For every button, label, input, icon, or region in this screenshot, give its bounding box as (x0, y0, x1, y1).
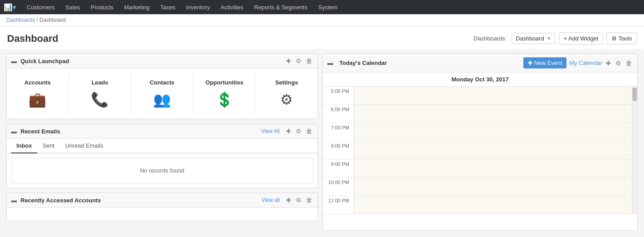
calendar-time-row: 9:00 PM (323, 160, 637, 178)
collapse-icon[interactable]: ▬ (11, 58, 17, 64)
recent-emails-actions: View All ✚ ⚙ 🗑 (261, 128, 313, 135)
launchpad-grid: Accounts 💼 Leads 📞 Contacts 👥 Opportunit… (7, 68, 318, 119)
dashboard-select[interactable]: Dashboard ▼ (512, 33, 555, 44)
time-label: 6:00 PM (323, 105, 354, 123)
nav-products[interactable]: Products (85, 0, 118, 14)
nav-system[interactable]: System (313, 0, 342, 14)
calendar-body: Monday Oct 30, 2017 5:00 PM6:00 PM7:00 P… (323, 72, 637, 214)
calendar-date-header: Monday Oct 30, 2017 (323, 72, 637, 87)
contacts-icon: 👥 (153, 91, 171, 108)
calendar-time-row: 10:00 PM (323, 178, 637, 196)
collapse-recent-icon[interactable]: ▬ (11, 197, 17, 204)
add-calendar-icon[interactable]: ✚ (605, 60, 612, 67)
quick-launchpad-widget: ▬ Quick Launchpad ✚ ⚙ 🗑 Accounts 💼 Leads… (6, 53, 318, 119)
launchpad-settings[interactable]: Settings ⚙ (256, 73, 318, 114)
recent-emails-title: Recent Emails (20, 128, 261, 135)
quick-launchpad-title: Quick Launchpad (20, 58, 285, 64)
time-label: 9:00 PM (323, 160, 354, 177)
nav-activities[interactable]: Activities (215, 0, 249, 14)
calendar-time-row: 5:00 PM (323, 87, 637, 105)
right-column: ▬ Today's Calendar ✚ New Event My Calend… (322, 53, 638, 231)
nav-marketing[interactable]: Marketing (119, 0, 155, 14)
add-widget-button[interactable]: + Add Widget (559, 32, 603, 44)
main-content: ▬ Quick Launchpad ✚ ⚙ 🗑 Accounts 💼 Leads… (0, 49, 644, 235)
dollar-icon: 💲 (216, 91, 233, 108)
recently-accessed-view-all[interactable]: View all (261, 197, 280, 203)
dashboard-select-value: Dashboard (516, 35, 544, 42)
calendar-time-row: 8:00 PM (323, 141, 637, 160)
nav-taxes[interactable]: Taxes (155, 0, 181, 14)
breadcrumb-separator: / (37, 17, 40, 23)
launchpad-leads[interactable]: Leads 📞 (69, 73, 131, 114)
email-tabs: Inbox Sent Unread Emails (7, 139, 318, 153)
time-cell[interactable] (354, 178, 637, 196)
calendar-title: Today's Calendar (339, 60, 521, 66)
time-cell[interactable] (354, 141, 637, 159)
settings-icon: ⚙ (280, 91, 293, 108)
trash-emails-icon[interactable]: 🗑 (305, 128, 313, 135)
time-cell[interactable] (354, 160, 637, 177)
time-cell[interactable] (354, 196, 637, 214)
add-icon[interactable]: ✚ (285, 57, 292, 64)
chevron-down-icon: ▼ (547, 36, 551, 41)
calendar-time-row: 11:00 PM (323, 196, 637, 214)
trash-icon[interactable]: 🗑 (305, 57, 313, 64)
quick-launchpad-header: ▬ Quick Launchpad ✚ ⚙ 🗑 (7, 54, 318, 68)
tab-unread[interactable]: Unread Emails (60, 139, 108, 153)
time-cell[interactable] (354, 87, 637, 104)
chart-icon[interactable]: 📊▾ (4, 3, 16, 12)
gear-recent-icon[interactable]: ⚙ (295, 197, 302, 204)
top-navigation: 📊▾ Customers Sales Products Marketing Ta… (0, 0, 644, 14)
nav-reports[interactable]: Reports & Segments (249, 0, 313, 14)
collapse-calendar-icon[interactable]: ▬ (327, 60, 333, 66)
launchpad-opportunities[interactable]: Opportunities 💲 (193, 73, 256, 114)
phone-icon: 📞 (91, 91, 109, 108)
calendar-header: ▬ Today's Calendar ✚ New Event My Calend… (323, 54, 637, 72)
add-emails-icon[interactable]: ✚ (285, 128, 292, 135)
gear-icon[interactable]: ⚙ (295, 57, 302, 64)
trash-recent-icon[interactable]: 🗑 (305, 197, 313, 204)
scrollbar-track[interactable] (632, 87, 637, 214)
trash-calendar-icon[interactable]: 🗑 (625, 60, 633, 67)
time-label: 10:00 PM (323, 178, 354, 196)
gear-calendar-icon[interactable]: ⚙ (615, 60, 622, 67)
calendar-time-row: 6:00 PM (323, 105, 637, 123)
breadcrumb-dashboards[interactable]: Dashboards (6, 17, 35, 23)
add-recent-icon[interactable]: ✚ (285, 197, 292, 204)
recently-accessed-actions: View all ✚ ⚙ 🗑 (261, 197, 313, 204)
left-column: ▬ Quick Launchpad ✚ ⚙ 🗑 Accounts 💼 Leads… (6, 53, 322, 231)
my-calendar-link[interactable]: My Calendar (569, 60, 602, 66)
launchpad-opportunities-label: Opportunities (205, 79, 243, 86)
time-label: 5:00 PM (323, 87, 354, 104)
page-header: Dashboard Dashboards: Dashboard ▼ + Add … (0, 26, 644, 49)
email-empty-message: No records found (11, 158, 313, 183)
time-cell[interactable] (354, 123, 637, 141)
launchpad-contacts-label: Contacts (150, 79, 175, 86)
nav-sales[interactable]: Sales (60, 0, 86, 14)
collapse-emails-icon[interactable]: ▬ (11, 128, 17, 135)
time-label: 8:00 PM (323, 141, 354, 159)
new-event-button[interactable]: ✚ New Event (523, 57, 567, 68)
recent-emails-widget: ▬ Recent Emails View All ✚ ⚙ 🗑 Inbox Sen… (6, 124, 318, 188)
recently-accessed-widget: ▬ Recently Accessed Accounts View all ✚ … (6, 193, 318, 221)
nav-customers[interactable]: Customers (21, 0, 60, 14)
recent-emails-header: ▬ Recent Emails View All ✚ ⚙ 🗑 (7, 124, 318, 139)
briefcase-icon: 💼 (29, 91, 46, 108)
tab-inbox[interactable]: Inbox (11, 139, 37, 153)
tools-button[interactable]: ⚙ Tools (607, 32, 637, 44)
calendar-scroll-area[interactable]: 5:00 PM6:00 PM7:00 PM8:00 PM9:00 PM10:00… (323, 87, 637, 214)
tab-sent[interactable]: Sent (37, 139, 60, 153)
nav-inventory[interactable]: Inventory (181, 0, 215, 14)
recently-accessed-header: ▬ Recently Accessed Accounts View all ✚ … (7, 193, 318, 208)
recently-accessed-title: Recently Accessed Accounts (20, 197, 261, 204)
breadcrumb: Dashboards / Dashboard (0, 14, 644, 26)
launchpad-contacts[interactable]: Contacts 👥 (131, 73, 194, 114)
quick-launchpad-actions: ✚ ⚙ 🗑 (285, 57, 313, 64)
recent-emails-view-all[interactable]: View All (261, 128, 280, 134)
calendar-widget: ▬ Today's Calendar ✚ New Event My Calend… (322, 53, 638, 231)
calendar-time-slots: 5:00 PM6:00 PM7:00 PM8:00 PM9:00 PM10:00… (323, 87, 637, 214)
gear-emails-icon[interactable]: ⚙ (295, 128, 302, 135)
time-cell[interactable] (354, 105, 637, 123)
launchpad-accounts[interactable]: Accounts 💼 (7, 73, 69, 114)
scrollbar-thumb[interactable] (632, 88, 637, 101)
